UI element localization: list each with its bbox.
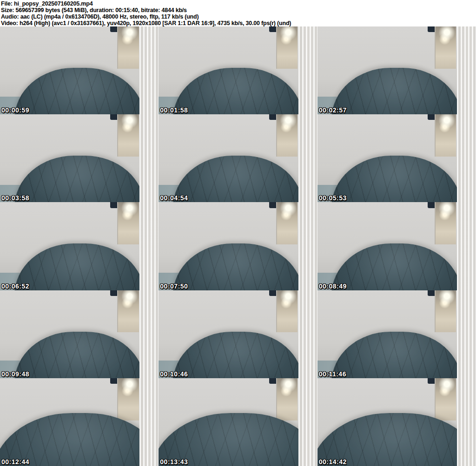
video-thumbnail: 00:12:44	[0, 378, 159, 466]
mirror-panel-shape	[435, 26, 456, 69]
mirror-panel-shape	[435, 290, 456, 333]
chair-shape	[331, 332, 462, 378]
mirror-panel-shape	[276, 114, 298, 157]
mirror-panel-shape	[435, 202, 456, 244]
video-thumbnail: 00:08:49	[317, 202, 476, 290]
mirror-panel-shape	[276, 202, 298, 244]
timestamp-overlay: 00:00:59	[1, 107, 29, 113]
video-thumbnail: 00:04:54	[159, 114, 317, 202]
mirror-panel-shape	[117, 378, 139, 420]
mirror-panel-shape	[435, 114, 456, 157]
sheer-curtain-shape	[139, 26, 159, 114]
video-thumbnail: 00:14:42	[317, 378, 476, 466]
mirror-panel-shape	[117, 114, 139, 157]
timestamp-overlay: 00:03:58	[1, 195, 29, 201]
chair-shape	[331, 156, 462, 202]
chair-shape	[173, 243, 303, 290]
mirror-panel-shape	[435, 378, 456, 420]
chair-shape	[14, 243, 145, 290]
video-thumbnail: 00:09:48	[0, 290, 159, 378]
mirror-panel-shape	[276, 290, 298, 333]
sheer-curtain-shape	[457, 202, 476, 290]
timestamp-overlay: 00:04:54	[160, 195, 188, 201]
sheer-curtain-shape	[457, 290, 476, 378]
chair-shape	[173, 156, 303, 202]
timestamp-overlay: 00:10:46	[160, 371, 188, 377]
timestamp-overlay: 00:14:42	[319, 459, 347, 465]
sheer-curtain-shape	[139, 378, 159, 466]
sheer-curtain-shape	[457, 26, 476, 114]
video-thumbnail: 00:10:46	[159, 290, 317, 378]
timestamp-overlay: 00:05:53	[319, 195, 347, 201]
thumbnail-grid: 00:00:59 00:01:58 00:02:57 00:03:58 00:0…	[0, 26, 476, 466]
video-thumbnail: 00:11:46	[317, 290, 476, 378]
sheer-curtain-shape	[457, 114, 476, 202]
video-thumbnail: 00:07:50	[159, 202, 317, 290]
sheer-curtain-shape	[139, 114, 159, 202]
metadata-line-video: Video: h264 (High) (avc1 / 0x31637661), …	[1, 20, 476, 26]
timestamp-overlay: 00:08:49	[319, 283, 347, 289]
chair-shape	[331, 243, 462, 290]
timestamp-overlay: 00:09:48	[1, 371, 29, 377]
chair-shape	[173, 68, 303, 114]
video-thumbnail: 00:13:43	[159, 378, 317, 466]
mirror-panel-shape	[276, 26, 298, 69]
timestamp-overlay: 00:13:43	[160, 459, 188, 465]
timestamp-overlay: 00:02:57	[319, 107, 347, 113]
metadata-line-audio: Audio: aac (LC) (mp4a / 0x6134706D), 480…	[1, 13, 476, 20]
sheer-curtain-shape	[457, 378, 476, 466]
mirror-panel-shape	[117, 290, 139, 333]
chair-shape	[173, 332, 303, 378]
chair-shape	[14, 68, 145, 114]
sheer-curtain-shape	[139, 202, 159, 290]
timestamp-overlay: 00:01:58	[160, 107, 188, 113]
sheer-curtain-shape	[298, 114, 317, 202]
video-thumbnail: 00:06:52	[0, 202, 159, 290]
metadata-line-size: Size: 569657399 bytes (543 MiB), duratio…	[1, 7, 476, 13]
sheer-curtain-shape	[139, 290, 159, 378]
video-thumbnail: 00:03:58	[0, 114, 159, 202]
timestamp-overlay: 00:06:52	[1, 283, 29, 289]
video-thumbnail: 00:02:57	[317, 26, 476, 114]
video-thumbnail: 00:05:53	[317, 114, 476, 202]
timestamp-overlay: 00:12:44	[1, 459, 29, 465]
metadata-header: File: hi_popsy_202507160205.mp4 Size: 56…	[0, 0, 476, 26]
metadata-line-file: File: hi_popsy_202507160205.mp4	[1, 0, 476, 7]
sheer-curtain-shape	[298, 290, 317, 378]
sheer-curtain-shape	[298, 202, 317, 290]
chair-shape	[14, 156, 145, 202]
video-thumbnail: 00:00:59	[0, 26, 159, 114]
timestamp-overlay: 00:11:46	[319, 371, 346, 377]
sheer-curtain-shape	[298, 26, 317, 114]
video-thumbnail: 00:01:58	[159, 26, 317, 114]
timestamp-overlay: 00:07:50	[160, 283, 188, 289]
sheer-curtain-shape	[298, 378, 317, 466]
chair-shape	[331, 68, 462, 114]
mirror-panel-shape	[276, 378, 298, 420]
mirror-panel-shape	[117, 26, 139, 69]
mirror-panel-shape	[117, 202, 139, 244]
chair-shape	[14, 332, 145, 378]
